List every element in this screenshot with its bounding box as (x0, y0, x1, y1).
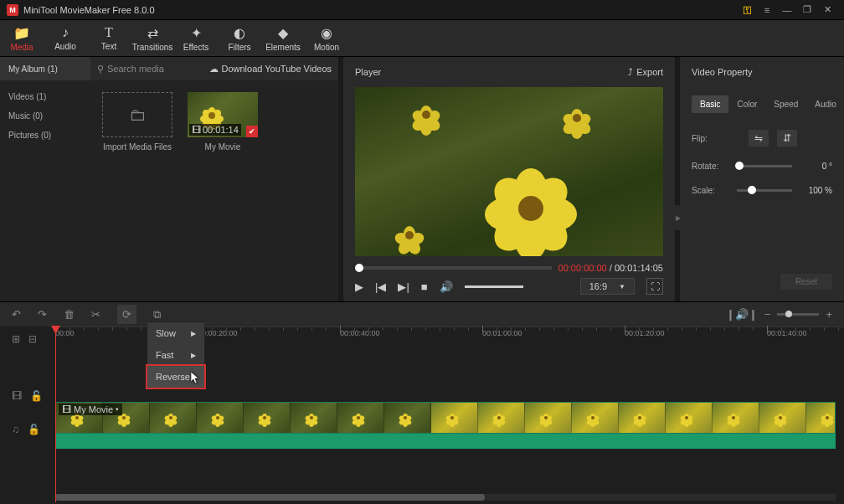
undo-button[interactable]: ↶ (12, 308, 21, 321)
media-clip-tile[interactable]: 🎞00:01:14 ✔ My Movie (188, 92, 258, 152)
chevron-down-icon: ▾ (116, 406, 119, 413)
sidebar-item-pictures[interactable]: Pictures (0) (0, 126, 90, 145)
timeline-clip[interactable]: 🎞My Movie▾ (55, 402, 836, 434)
player-panel: Player ⤴Export 00:00:00:00 / 00:01:14:05… (343, 57, 675, 301)
time-display: 00:00:00:00 / 00:01:14:05 (558, 263, 663, 273)
effects-icon: ✦ (191, 25, 202, 41)
zoom-slider[interactable] (777, 313, 819, 316)
tab-motion[interactable]: ◉Motion (305, 20, 348, 56)
clip-label: 🎞My Movie▾ (59, 404, 122, 415)
chevron-right-icon: ▶ (191, 352, 196, 359)
video-track-icon[interactable]: 🎞 (12, 390, 22, 402)
tab-audio[interactable]: ♪Audio (44, 20, 87, 56)
rotate-label: Rotate: (692, 162, 725, 171)
video-preview[interactable] (355, 87, 663, 256)
prev-frame-button[interactable]: |◀ (375, 280, 386, 293)
next-frame-button[interactable]: ▶| (398, 280, 409, 293)
flip-horizontal-button[interactable]: ⇋ (749, 130, 769, 147)
play-button[interactable]: ▶ (355, 280, 363, 293)
flower-image (472, 133, 589, 250)
scale-slider[interactable] (737, 189, 792, 192)
reset-button[interactable]: Reset (780, 274, 832, 290)
close-icon[interactable]: ✕ (817, 2, 837, 18)
import-media-tile[interactable]: 🗀 Import Media Files (102, 92, 172, 152)
rotate-slider[interactable] (737, 165, 792, 167)
cursor-icon (191, 372, 201, 385)
playhead[interactable] (55, 327, 56, 502)
folder-plus-icon: 🗀 (102, 92, 172, 137)
media-panel: My Album (1) ⚲ Search media ☁Download Yo… (0, 57, 338, 301)
zoom-in-button[interactable]: + (826, 308, 832, 321)
album-name[interactable]: My Album (1) (0, 57, 90, 80)
license-key-icon[interactable]: ⚿ (737, 2, 757, 18)
aspect-ratio-select[interactable]: 16:9▼ (580, 278, 635, 295)
tab-elements[interactable]: ◆Elements (261, 20, 305, 56)
sidebar-item-videos[interactable]: Videos (1) (0, 87, 90, 106)
download-youtube-link[interactable]: ☁Download YouTube Videos (209, 64, 332, 75)
transitions-icon: ⇄ (147, 25, 158, 41)
track-add-icon[interactable]: ⊞ (12, 333, 20, 345)
volume-icon[interactable]: 🔊 (440, 280, 453, 293)
prop-tab-audio[interactable]: Audio (806, 95, 844, 113)
audio-track-icon[interactable]: ♫ (12, 424, 19, 435)
film-icon: 🎞 (62, 404, 71, 414)
app-logo-icon: M (7, 4, 18, 16)
video-track[interactable]: 🎞My Movie▾ (55, 402, 836, 450)
timeline-ruler[interactable]: 00:0000:00:20:0000:00:40:0000:01:00:0000… (0, 327, 844, 352)
redo-button[interactable]: ↷ (38, 308, 47, 321)
fullscreen-button[interactable]: ⛶ (646, 278, 663, 295)
speed-button[interactable]: ⟳ (117, 305, 136, 324)
prop-tab-color[interactable]: Color (728, 95, 765, 113)
text-icon: T (105, 25, 113, 40)
maximize-icon[interactable]: ❐ (797, 2, 817, 18)
audio-icon: ♪ (62, 25, 69, 40)
seek-slider[interactable] (355, 266, 552, 270)
audio-mute-icon[interactable]: ❙🔊❙ (726, 308, 758, 321)
scale-label: Scale: (692, 186, 725, 195)
elements-icon: ◆ (278, 25, 288, 41)
tab-media[interactable]: 📁Media (0, 20, 44, 56)
motion-icon: ◉ (321, 25, 332, 41)
search-input[interactable]: Search media (107, 64, 164, 74)
folder-icon: 📁 (13, 25, 30, 41)
delete-button[interactable]: 🗑 (64, 308, 75, 321)
menu-item-slow[interactable]: Slow▶ (147, 322, 204, 344)
prop-tab-speed[interactable]: Speed (765, 95, 806, 113)
timeline: ↶ ↷ 🗑 ✂ ⟳ ⧉ ❙🔊❙ − + 00:0000:00:20:0000:0… (0, 301, 844, 504)
titlebar: M MiniTool MovieMaker Free 8.0.0 ⚿ ≡ — ❐… (0, 0, 844, 20)
stop-button[interactable]: ■ (421, 280, 428, 293)
video-property-panel: Video Property Basic Color Speed Audio ▶… (680, 57, 844, 301)
flip-vertical-button[interactable]: ⇵ (777, 130, 797, 147)
export-button[interactable]: ⤴Export (628, 67, 663, 77)
tab-text[interactable]: TText (87, 20, 131, 56)
audio-strip[interactable] (55, 434, 836, 449)
app-title: MiniTool MovieMaker Free 8.0.0 (23, 5, 737, 15)
rotate-value: 0 ° (804, 162, 832, 171)
chevron-right-icon: ▶ (191, 330, 196, 337)
filters-icon: ◐ (234, 25, 245, 41)
tab-transitions[interactable]: ⇄Transitions (131, 20, 174, 56)
volume-slider[interactable] (465, 285, 523, 288)
duration-badge: 🎞00:01:14 (189, 124, 241, 136)
tab-effects[interactable]: ✦Effects (174, 20, 218, 56)
export-icon: ⤴ (628, 67, 633, 77)
menu-item-fast[interactable]: Fast▶ (147, 344, 204, 366)
menu-icon[interactable]: ≡ (757, 2, 777, 18)
crop-button[interactable]: ⧉ (153, 308, 161, 321)
sidebar-item-music[interactable]: Music (0) (0, 106, 90, 126)
search-icon: ⚲ (97, 64, 104, 75)
chevron-down-icon: ▼ (619, 283, 625, 291)
panel-expand-handle[interactable]: ▶ (675, 205, 682, 230)
prop-tab-basic[interactable]: Basic (692, 95, 728, 113)
main-toolbar: 📁Media ♪Audio TText ⇄Transitions ✦Effect… (0, 20, 844, 57)
timeline-scrollbar[interactable] (55, 494, 836, 501)
zoom-out-button[interactable]: − (764, 308, 771, 321)
tab-filters[interactable]: ◐Filters (218, 20, 261, 56)
split-button[interactable]: ✂ (91, 308, 100, 321)
check-icon: ✔ (246, 126, 258, 137)
lock-icon[interactable]: 🔓 (28, 424, 40, 435)
track-collapse-icon[interactable]: ⊟ (28, 333, 37, 345)
lock-icon[interactable]: 🔓 (30, 390, 43, 402)
player-title: Player (355, 67, 381, 77)
minimize-icon[interactable]: — (777, 2, 797, 18)
